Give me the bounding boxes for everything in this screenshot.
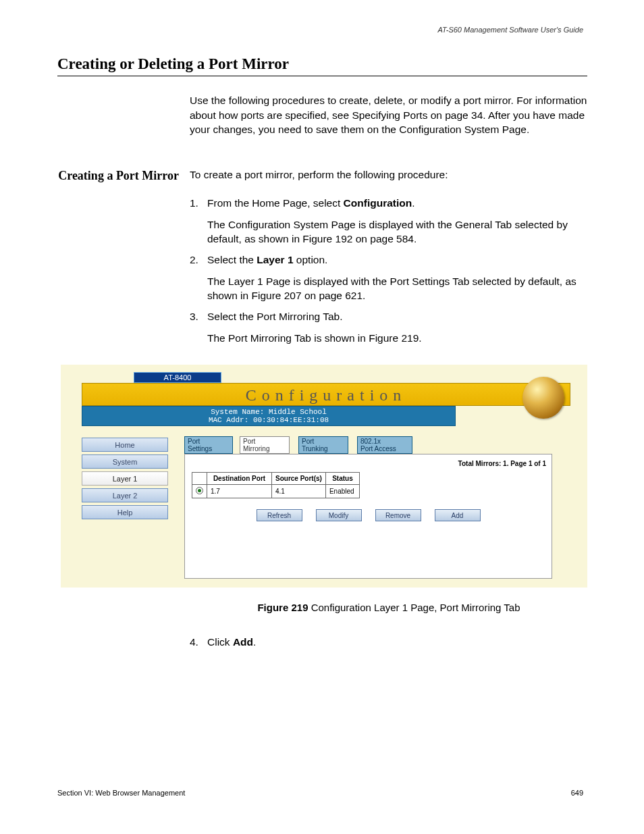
section-heading: Creating or Deleting a Port Mirror: [57, 55, 289, 73]
nav-layer1[interactable]: Layer 1: [82, 471, 168, 486]
figure-caption-text: Configuration Layer 1 Page, Port Mirrori…: [308, 602, 520, 613]
nav-home[interactable]: Home: [82, 438, 168, 452]
row-destination: 1.7: [207, 485, 272, 498]
page-title: Configuration: [246, 386, 407, 404]
table-header-row: Destination Port Source Port(s) Status: [192, 473, 360, 485]
step-text: From the Home Page, select: [207, 197, 344, 209]
th-status: Status: [325, 473, 359, 485]
content-panel: Total Mirrors: 1. Page 1 of 1 Destinatio…: [184, 454, 552, 579]
page-title-bar: Configuration: [82, 383, 570, 406]
step-4: 4. Click Add.: [190, 636, 588, 648]
th-select: [192, 473, 207, 485]
tab-8021x[interactable]: 802.1xPort Access: [357, 436, 412, 454]
row-radio-cell[interactable]: [192, 485, 207, 498]
step-1: 1. From the Home Page, select Configurat…: [190, 196, 588, 246]
step-followup: The Layer 1 Page is displayed with the P…: [207, 274, 588, 303]
step-number: 2.: [190, 253, 198, 267]
nav-layer2[interactable]: Layer 2: [82, 488, 168, 502]
tab-port-mirroring[interactable]: PortMirroring: [240, 436, 290, 454]
system-name: System Name: Middle School: [82, 408, 455, 416]
step-text-tail: .: [412, 197, 414, 209]
intro-paragraph: Use the following procedures to create, …: [190, 93, 588, 137]
step-bold: Layer 1: [257, 254, 293, 265]
button-row: Refresh Modify Remove Add: [185, 509, 552, 521]
step-followup: The Port Mirroring Tab is shown in Figur…: [207, 331, 588, 346]
step-text: Click: [207, 636, 233, 648]
step-text-tail: .: [253, 636, 256, 648]
mirror-table: Destination Port Source Port(s) Status 1…: [192, 472, 360, 498]
system-info-bar: System Name: Middle School MAC Addr: 00:…: [82, 406, 456, 426]
figure-219: AT-8400 Configuration System Name: Middl…: [61, 365, 587, 588]
step-text: Select the Port Mirroring Tab.: [207, 309, 588, 324]
footer-section: Section VI: Web Browser Management: [57, 789, 185, 797]
step-number: 1.: [190, 196, 198, 211]
step-text-tail: option.: [294, 254, 328, 265]
side-navigation: Home System Layer 1 Layer 2 Help: [82, 438, 168, 522]
figure-number: Figure 219: [257, 602, 308, 613]
remove-button[interactable]: Remove: [375, 509, 421, 521]
th-destination: Destination Port: [207, 473, 272, 485]
step-followup: The Configuration System Page is display…: [207, 217, 588, 246]
globe-logo-icon: [522, 377, 564, 419]
step-text: Select the: [207, 254, 257, 265]
step-number: 3.: [190, 309, 198, 324]
th-source: Source Port(s): [272, 473, 326, 485]
nav-system[interactable]: System: [82, 454, 168, 469]
step-bold: Add: [233, 636, 253, 648]
radio-selected-icon[interactable]: [196, 487, 203, 494]
mac-address: MAC Addr: 00:30:84:EE:31:08: [82, 416, 455, 424]
step-bold: Configuration: [344, 197, 412, 209]
procedure-intro: To create a port mirror, perform the fol…: [190, 167, 588, 182]
step-2: 2. Select the Layer 1 option. The Layer …: [190, 253, 588, 303]
guide-title-header: AT-S60 Management Software User's Guide: [438, 26, 583, 34]
footer-page-number: 649: [571, 789, 583, 797]
mirror-totals: Total Mirrors: 1. Page 1 of 1: [458, 460, 546, 467]
tabs-row: PortSettings PortMirroring PortTrunking …: [184, 436, 552, 454]
step-number: 4.: [190, 636, 198, 648]
figure-caption: Figure 219 Configuration Layer 1 Page, P…: [190, 602, 588, 613]
modify-button[interactable]: Modify: [316, 509, 362, 521]
subsection-heading: Creating a Port Mirror: [57, 167, 179, 184]
tab-port-trunking[interactable]: PortTrunking: [298, 436, 348, 454]
row-source: 4.1: [272, 485, 326, 498]
table-row: 1.7 4.1 Enabled: [192, 485, 360, 498]
device-model-tab: AT-8400: [134, 372, 221, 383]
nav-help[interactable]: Help: [82, 505, 168, 519]
row-status: Enabled: [325, 485, 359, 498]
tab-port-settings[interactable]: PortSettings: [184, 436, 233, 454]
step-3: 3. Select the Port Mirroring Tab. The Po…: [190, 309, 588, 345]
heading-rule: [57, 76, 587, 76]
refresh-button[interactable]: Refresh: [257, 509, 302, 521]
add-button[interactable]: Add: [435, 509, 481, 521]
